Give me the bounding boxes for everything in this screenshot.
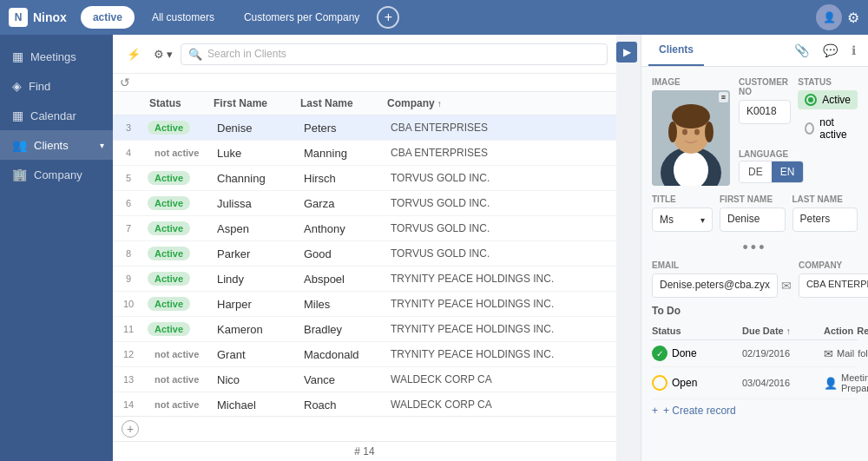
customer-no-group: Customer No K0018 <box>739 77 791 142</box>
todo-col-action[interactable]: Action <box>824 326 853 336</box>
topbar: N Ninox active All customers Customers p… <box>0 0 868 35</box>
expand-panel-button[interactable]: ▶ <box>616 42 637 63</box>
email-action-icon[interactable]: ✉ <box>781 279 792 293</box>
table-row[interactable]: 6 Active Julissa Garza TORVUS GOLD INC. <box>113 191 616 216</box>
row-company: TORVUS GOLD INC. <box>387 217 616 240</box>
tab-active[interactable]: active <box>81 6 135 29</box>
status-badge: Active <box>148 272 190 286</box>
tab-customers-per-company[interactable]: Customers per Company <box>232 6 372 29</box>
image-section: Image <box>652 77 730 186</box>
row-num: 13 <box>113 374 144 385</box>
record-count: # 14 <box>113 441 616 461</box>
table-body: 3 Active Denise Peters CBA ENTERPRISES 4… <box>113 115 616 416</box>
table-row[interactable]: 13 not active Nico Vance WALDECK CORP CA <box>113 367 616 392</box>
table-row[interactable]: 5 Active Channing Hirsch TORVUS GOLD INC… <box>113 166 616 191</box>
todo-action-2: 👤 Meeting Preparation <box>824 372 868 393</box>
table-row[interactable]: 4 not active Luke Manning CBA ENTERPRISE… <box>113 141 616 166</box>
row-company: TRYNITY PEACE HOLDINGS INC. <box>387 318 616 340</box>
logo-icon: N <box>9 8 28 27</box>
row-status: Active <box>144 216 214 240</box>
done-icon: ✓ <box>652 346 667 361</box>
comment-icon[interactable]: 💬 <box>818 36 843 64</box>
table-row[interactable]: 7 Active Aspen Anthony TORVUS GOLD INC. <box>113 216 616 241</box>
meeting-icon: 👤 <box>824 377 838 390</box>
todo-col-due-date[interactable]: Due Date ↑ <box>742 326 820 336</box>
row-last-name: Peters <box>300 116 387 140</box>
todo-row-1[interactable]: ✓ Done 02/19/2016 ✉ Mail follow up mail <box>652 340 858 367</box>
table-row[interactable]: 9 Active Lindy Abspoel TRYNITY PEACE HOL… <box>113 267 616 292</box>
detail-tab-clients[interactable]: Clients <box>648 35 704 66</box>
customer-no-value[interactable]: K0018 <box>739 100 791 124</box>
search-input[interactable] <box>207 48 600 60</box>
language-row: Language DE EN <box>739 149 858 183</box>
table-row[interactable]: 3 Active Denise Peters CBA ENTERPRISES <box>113 115 616 141</box>
table-row[interactable]: 8 Active Parker Good TORVUS GOLD INC. <box>113 241 616 267</box>
image-edit-icon[interactable]: ≡ <box>719 92 728 102</box>
settings-icon[interactable]: ⚙ ▾ <box>151 42 175 66</box>
status-badge: Active <box>148 196 190 210</box>
todo-row-2[interactable]: Open 03/04/2016 👤 Meeting Preparation as… <box>652 367 858 399</box>
calendar-icon: ▦ <box>12 109 23 122</box>
row-company: WALDECK CORP CA <box>387 368 616 391</box>
row-first-name: Harper <box>214 293 300 316</box>
sidebar-item-meetings[interactable]: ▦ Meetings <box>0 42 113 71</box>
row-first-name: Grant <box>214 343 300 366</box>
row-first-name: Lindy <box>214 267 300 291</box>
radio-not-active[interactable]: not active <box>798 115 858 142</box>
row-status: not active <box>144 367 214 392</box>
create-record-button[interactable]: + + Create record <box>652 399 858 422</box>
table-row[interactable]: 11 Active Kameron Bradley TRYNITY PEACE … <box>113 317 616 342</box>
sidebar-item-company[interactable]: 🏢 Company <box>0 160 113 189</box>
row-num: 6 <box>113 198 144 208</box>
sidebar-item-calendar[interactable]: ▦ Calendar <box>0 101 113 130</box>
tab-all-customers[interactable]: All customers <box>140 6 227 29</box>
more-fields-indicator[interactable]: ••• <box>652 239 858 257</box>
refresh-icon[interactable]: ↺ <box>120 76 130 89</box>
status-badge: Active <box>148 322 190 336</box>
radio-active[interactable]: Active <box>805 94 851 106</box>
todo-col-status[interactable]: Status <box>652 326 739 336</box>
status-badge: Active <box>148 247 190 260</box>
title-group: Title Ms ▾ <box>652 194 713 232</box>
company-value[interactable]: CBA ENTERPRISES (EDEN PRAI… <box>799 273 868 298</box>
header-first-name[interactable]: First Name <box>214 97 300 109</box>
table-row[interactable]: 14 not active Michael Roach WALDECK CORP… <box>113 392 616 416</box>
title-select[interactable]: Ms ▾ <box>652 207 713 232</box>
title-dropdown-icon: ▾ <box>700 215 705 225</box>
user-avatar[interactable]: 👤 <box>816 4 842 30</box>
first-name-value[interactable]: Denise <box>720 207 786 232</box>
todo-col-remarks[interactable]: Remarks <box>857 326 868 336</box>
email-field-row: Denise.peters@cba.zyx ✉ <box>652 273 792 298</box>
status-label: Status <box>798 77 858 87</box>
sidebar-item-clients[interactable]: 👥 Clients <box>0 130 113 160</box>
header-company[interactable]: Company ↑ <box>387 97 616 109</box>
header-last-name[interactable]: Last Name <box>300 97 387 109</box>
settings-icon[interactable]: ⚙ <box>847 10 859 26</box>
add-row-button[interactable]: + <box>122 420 139 438</box>
sidebar-item-find[interactable]: ◈ Find <box>0 71 113 101</box>
table-refresh-row: ↺ <box>113 74 616 92</box>
attachment-icon[interactable]: 📎 <box>789 36 814 64</box>
svg-point-7 <box>682 129 687 135</box>
due-date-sort-icon: ↑ <box>786 326 791 336</box>
row-company: TRYNITY PEACE HOLDINGS INC. <box>387 343 616 366</box>
sidebar-item-label-find: Find <box>29 80 50 93</box>
radio-active-circle <box>805 94 817 106</box>
table-row[interactable]: 10 Active Harper Miles TRYNITY PEACE HOL… <box>113 292 616 317</box>
header-status[interactable]: Status <box>144 97 214 109</box>
clients-icon: 👥 <box>12 138 27 152</box>
email-value[interactable]: Denise.peters@cba.zyx <box>652 273 778 298</box>
row-status: Active <box>144 115 214 140</box>
lang-en-button[interactable]: EN <box>772 161 804 182</box>
row-first-name: Nico <box>214 368 300 392</box>
lang-de-button[interactable]: DE <box>740 161 772 182</box>
mail-icon: ✉ <box>824 347 833 360</box>
todo-date-2: 03/04/2016 <box>742 378 820 388</box>
todo-section: To Do Status Due Date ↑ Action <box>652 305 858 422</box>
table-row[interactable]: 12 not active Grant Macdonald TRYNITY PE… <box>113 342 616 367</box>
filter-icon[interactable]: ⚡ <box>122 42 146 66</box>
info-icon[interactable]: ℹ <box>846 36 861 64</box>
row-company: TRYNITY PEACE HOLDINGS INC. <box>387 267 616 290</box>
add-tab-button[interactable]: + <box>377 6 399 29</box>
last-name-value[interactable]: Peters <box>792 207 858 232</box>
